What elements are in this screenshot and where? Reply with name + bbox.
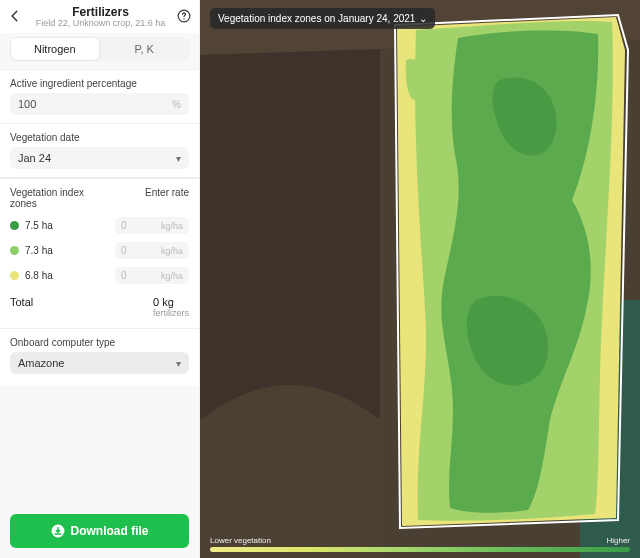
vegdate-panel: Vegetation date Jan 24 ▾ bbox=[0, 124, 199, 178]
download-label: Download file bbox=[71, 524, 149, 538]
svg-point-1 bbox=[183, 18, 184, 19]
legend: Lower vegetation Higher bbox=[210, 536, 630, 552]
back-button[interactable] bbox=[8, 9, 26, 27]
legend-high: Higher bbox=[606, 536, 630, 545]
download-icon bbox=[51, 524, 65, 538]
total-label: Total bbox=[10, 296, 153, 318]
legend-low: Lower vegetation bbox=[210, 536, 271, 545]
vegdate-value: Jan 24 bbox=[18, 152, 176, 164]
zone-row: 6.8 ha 0 kg/ha bbox=[0, 263, 199, 288]
zones-head-left: Vegetation index zones bbox=[10, 187, 90, 209]
zone-color-icon bbox=[10, 246, 19, 255]
chevron-down-icon: ⌄ bbox=[419, 13, 427, 24]
sidebar: Fertilizers Field 22, Unknown crop, 21.6… bbox=[0, 0, 200, 558]
zone-size: 7.3 ha bbox=[25, 245, 115, 256]
zone-row: 7.5 ha 0 kg/ha bbox=[0, 213, 199, 238]
map-svg bbox=[200, 0, 640, 558]
legend-bar bbox=[210, 547, 630, 552]
onboard-panel: Onboard computer type Amazone ▾ bbox=[0, 329, 199, 386]
ingredient-label: Active ingredient percentage bbox=[10, 78, 189, 89]
onboard-select[interactable]: Amazone ▾ bbox=[10, 352, 189, 374]
rate-unit: kg/ha bbox=[161, 221, 183, 231]
vegdate-label: Vegetation date bbox=[10, 132, 189, 143]
zone-size: 7.5 ha bbox=[25, 220, 115, 231]
ingredient-unit: % bbox=[172, 99, 181, 110]
tabs: Nitrogen P, K bbox=[10, 37, 189, 61]
zone-size: 6.8 ha bbox=[25, 270, 115, 281]
zone-row: 7.3 ha 0 kg/ha bbox=[0, 238, 199, 263]
rate-placeholder: 0 bbox=[121, 220, 161, 231]
download-button[interactable]: Download file bbox=[10, 514, 189, 548]
zones-head-right: Enter rate bbox=[145, 187, 189, 209]
ingredient-input[interactable]: 100 % bbox=[10, 93, 189, 115]
panel-header: Fertilizers Field 22, Unknown crop, 21.6… bbox=[0, 0, 199, 33]
arrow-left-icon bbox=[8, 9, 22, 23]
rate-unit: kg/ha bbox=[161, 271, 183, 281]
map-area[interactable]: Vegetation index zones on January 24, 20… bbox=[200, 0, 640, 558]
vegdate-select[interactable]: Jan 24 ▾ bbox=[10, 147, 189, 169]
rate-input[interactable]: 0 kg/ha bbox=[115, 217, 189, 234]
tab-nitrogen[interactable]: Nitrogen bbox=[10, 37, 100, 61]
zone-color-icon bbox=[10, 221, 19, 230]
help-icon bbox=[177, 9, 191, 23]
ingredient-value: 100 bbox=[18, 98, 172, 110]
rate-placeholder: 0 bbox=[121, 245, 161, 256]
panel-subtitle: Field 22, Unknown crop, 21.6 ha bbox=[26, 19, 175, 29]
rate-input[interactable]: 0 kg/ha bbox=[115, 267, 189, 284]
tab-pk[interactable]: P, K bbox=[100, 37, 190, 61]
ingredient-panel: Active ingredient percentage 100 % bbox=[0, 69, 199, 124]
spacer bbox=[0, 386, 199, 506]
map-mode-chip[interactable]: Vegetation index zones on January 24, 20… bbox=[210, 8, 435, 29]
total-row: Total 0 kg fertilizers bbox=[0, 288, 199, 329]
total-value: 0 kg bbox=[153, 296, 174, 308]
onboard-value: Amazone bbox=[18, 357, 176, 369]
chip-label: Vegetation index zones on January 24, 20… bbox=[218, 13, 415, 24]
zone-color-icon bbox=[10, 271, 19, 280]
onboard-label: Onboard computer type bbox=[10, 337, 189, 348]
help-button[interactable] bbox=[175, 9, 191, 27]
chevron-down-icon: ▾ bbox=[176, 358, 181, 369]
rate-unit: kg/ha bbox=[161, 246, 183, 256]
rate-placeholder: 0 bbox=[121, 270, 161, 281]
zones-header: Vegetation index zones Enter rate bbox=[0, 178, 199, 213]
rate-input[interactable]: 0 kg/ha bbox=[115, 242, 189, 259]
total-sub: fertilizers bbox=[153, 308, 189, 318]
chevron-down-icon: ▾ bbox=[176, 153, 181, 164]
